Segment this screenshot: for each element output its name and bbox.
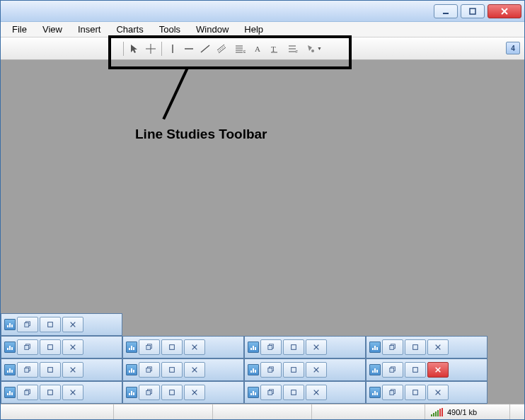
chart-close-button[interactable] [306, 339, 327, 355]
menu-tools[interactable]: Tools [152, 23, 188, 36]
chart-icon [369, 387, 381, 398]
chart-restore-button[interactable] [260, 339, 282, 355]
chart-maximize-button[interactable] [161, 362, 183, 378]
fibonacci-icon[interactable]: E [230, 41, 250, 57]
chart-close-button[interactable] [427, 362, 449, 378]
svg-rect-122 [374, 391, 376, 395]
text-label-icon[interactable]: A [250, 41, 266, 57]
chart-close-button[interactable] [184, 339, 205, 355]
chart-restore-button[interactable] [260, 385, 282, 400]
text-icon[interactable]: T [267, 41, 282, 57]
svg-rect-113 [250, 393, 252, 395]
chart-icon [248, 364, 259, 375]
chart-restore-button[interactable] [382, 339, 403, 355]
minimized-chart-window[interactable] [366, 381, 487, 404]
menu-window[interactable]: Window [189, 23, 236, 36]
chart-icon [248, 387, 259, 398]
chart-close-button[interactable] [427, 385, 449, 400]
svg-line-8 [201, 45, 209, 52]
chart-maximize-button[interactable] [405, 339, 426, 355]
chart-restore-button[interactable] [17, 317, 38, 332]
minimized-chart-window[interactable] [1, 313, 122, 336]
minimized-chart-window[interactable] [366, 336, 487, 358]
menu-help[interactable]: Help [237, 23, 270, 36]
status-cell [312, 404, 425, 419]
chart-maximize-button[interactable] [405, 385, 426, 400]
svg-rect-30 [48, 322, 53, 327]
chart-maximize-button[interactable] [161, 385, 183, 400]
horizontal-line-icon[interactable] [181, 41, 197, 57]
chart-maximize-button[interactable] [161, 339, 183, 355]
svg-rect-57 [372, 348, 374, 350]
chart-close-button[interactable] [184, 385, 205, 400]
chart-maximize-button[interactable] [405, 362, 426, 378]
chart-maximize-button[interactable] [283, 362, 304, 378]
maximize-button[interactable] [461, 4, 485, 18]
menu-file[interactable]: File [5, 23, 34, 36]
chart-maximize-button[interactable] [283, 385, 304, 400]
shapes-icon[interactable]: ▼ [304, 41, 323, 57]
chart-restore-button[interactable] [139, 362, 160, 378]
minimize-button[interactable] [434, 4, 458, 18]
vertical-line-icon[interactable] [165, 41, 180, 57]
traffic-label: 490/1 kb [447, 408, 477, 416]
minimized-chart-window[interactable] [244, 336, 366, 358]
menu-charts[interactable]: Charts [109, 23, 150, 36]
chart-restore-button[interactable] [17, 362, 38, 378]
statusbar: 490/1 kb [1, 404, 524, 419]
equidistant-channel-icon[interactable] [214, 41, 229, 57]
minimized-chart-window[interactable] [1, 381, 122, 404]
chart-close-button[interactable] [427, 339, 449, 355]
toolbar-separator [123, 42, 124, 56]
chart-maximize-button[interactable] [40, 385, 61, 400]
chart-close-button[interactable] [306, 385, 327, 400]
andrews-pitchfork-icon[interactable]: F [283, 41, 303, 57]
chart-icon [248, 342, 259, 353]
chart-window-row [1, 381, 524, 404]
minimized-chart-window[interactable] [1, 358, 122, 381]
minimized-chart-window[interactable] [366, 358, 487, 381]
resize-grip[interactable] [510, 404, 524, 419]
chart-maximize-button[interactable] [40, 317, 61, 332]
svg-rect-107 [133, 392, 134, 395]
minimized-chart-window[interactable] [244, 381, 366, 404]
chart-close-button[interactable] [62, 385, 83, 400]
chart-restore-button[interactable] [17, 339, 38, 355]
svg-rect-51 [255, 347, 256, 350]
notification-badge[interactable]: 4 [506, 42, 520, 54]
svg-text:A: A [255, 45, 260, 53]
menu-insert[interactable]: Insert [71, 23, 108, 36]
chart-maximize-button[interactable] [40, 362, 61, 378]
minimized-chart-window[interactable] [122, 381, 244, 404]
trendline-icon[interactable] [197, 41, 213, 57]
minimized-chart-window[interactable] [122, 358, 244, 381]
svg-rect-106 [131, 391, 132, 395]
svg-rect-94 [413, 368, 418, 373]
minimized-chart-window[interactable] [1, 336, 122, 358]
svg-rect-90 [374, 368, 376, 373]
minimized-chart-window[interactable] [244, 358, 366, 381]
chart-close-button[interactable] [306, 362, 327, 378]
chart-close-button[interactable] [62, 362, 83, 378]
chart-restore-button[interactable] [139, 339, 160, 355]
chart-close-button[interactable] [184, 362, 205, 378]
chart-restore-button[interactable] [139, 385, 160, 400]
chart-restore-button[interactable] [382, 362, 403, 378]
chart-maximize-button[interactable] [40, 339, 61, 355]
close-button[interactable] [487, 4, 521, 18]
svg-text:E: E [243, 49, 246, 54]
cursor-icon[interactable] [127, 41, 142, 57]
chart-restore-button[interactable] [382, 385, 403, 400]
menu-view[interactable]: View [35, 23, 69, 36]
chart-close-button[interactable] [62, 339, 83, 355]
svg-rect-117 [268, 391, 272, 395]
chart-window-row [1, 313, 524, 336]
chart-restore-button[interactable] [260, 362, 282, 378]
minimized-chart-window[interactable] [122, 336, 244, 358]
crosshair-icon[interactable] [143, 41, 158, 57]
chart-restore-button[interactable] [17, 385, 38, 400]
svg-rect-35 [11, 347, 13, 350]
chart-maximize-button[interactable] [283, 339, 304, 355]
chart-close-button[interactable] [62, 317, 83, 332]
svg-rect-125 [390, 391, 394, 395]
